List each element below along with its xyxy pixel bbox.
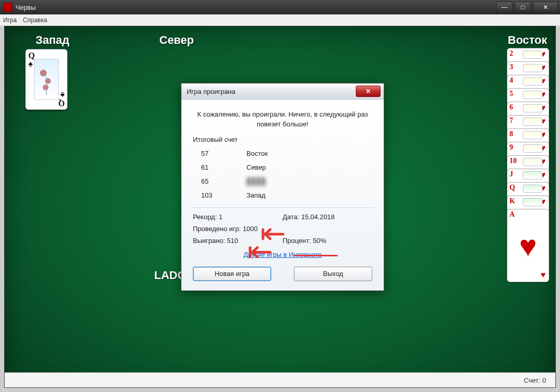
label-north: Север: [159, 34, 194, 47]
card-rank: 8: [509, 130, 513, 138]
spade-icon: ♠: [28, 59, 33, 68]
menu-game[interactable]: Игра: [3, 17, 17, 24]
score-value: 57: [201, 150, 222, 157]
label-east: Восток: [508, 34, 547, 47]
score-row: 57Восток: [201, 146, 372, 160]
final-score-heading: Итоговый счет: [193, 136, 372, 143]
card-rank: 10: [509, 157, 517, 165]
heart-icon: ♥: [541, 270, 546, 280]
minimize-button[interactable]: —: [496, 2, 513, 13]
card-west-queen-spades[interactable]: Q♠ Q♠: [25, 49, 68, 110]
close-icon: ✕: [366, 88, 371, 95]
card-rank: J: [509, 170, 513, 178]
stat-percent: Процент: 50%: [283, 237, 372, 244]
status-bar: Счет: 0: [5, 372, 555, 387]
score-player: Север: [246, 164, 319, 171]
app-window: Червы — □ ✕ Игра Справка Запад Север Вос…: [0, 0, 560, 392]
card-rank: 9: [509, 143, 513, 152]
stat-record: Рекорд: 1: [193, 213, 283, 221]
app-icon: [3, 3, 12, 12]
stats-grid: Рекорд: 1 Дата: 15.04.2018 Проведено игр…: [193, 213, 372, 244]
dialog-titlebar: Игра проиграна ✕: [182, 84, 384, 100]
spade-icon: ♠: [60, 91, 65, 100]
score-row: 103Запад: [201, 188, 372, 202]
new-game-button[interactable]: Новая игра: [193, 267, 271, 281]
stat-date: Дата: 15.04.2018: [283, 213, 372, 221]
card-rank: 6: [509, 103, 513, 111]
exit-button[interactable]: Выход: [294, 267, 372, 281]
card-rank: 7: [509, 117, 513, 125]
close-button[interactable]: ✕: [533, 2, 558, 13]
card-rank: 3: [509, 63, 513, 71]
menubar: Игра Справка: [0, 14, 560, 26]
score-value: 0: [542, 377, 546, 384]
card-rank: Q: [509, 184, 515, 192]
stat-won: Выиграно: 510: [193, 237, 283, 244]
dialog-close-button[interactable]: ✕: [356, 86, 381, 97]
dialog-title: Игра проиграна: [187, 88, 236, 95]
score-value: 65: [201, 177, 222, 185]
game-area: Запад Север Восток LADO Q♠ Q♠ 2♥3♥4♥5♥6♥…: [4, 26, 556, 388]
maximize-button[interactable]: □: [515, 2, 531, 13]
card-rank: A: [509, 210, 515, 219]
score-row: 65████: [201, 174, 372, 188]
score-value: 103: [201, 191, 222, 199]
dialog-body: К сожалению, вы проиграли. Ничего, в сле…: [182, 100, 384, 290]
dialog-message: К сожалению, вы проиграли. Ничего, в сле…: [193, 110, 372, 129]
game-over-dialog: Игра проиграна ✕ К сожалению, вы проигра…: [181, 83, 384, 291]
window-title: Червы: [15, 4, 36, 11]
card-art: [34, 59, 59, 100]
score-player: Восток: [246, 150, 319, 157]
label-west: Запад: [36, 34, 70, 47]
card-rank: 4: [509, 76, 513, 85]
score-player: Запад: [246, 191, 319, 199]
card-rank: 2: [509, 50, 513, 58]
score-row: 61Север: [201, 160, 372, 174]
annotation-underline: [293, 255, 338, 256]
heart-icon: ♥: [507, 220, 549, 271]
card-rank: 5: [509, 90, 513, 98]
stat-games-played: Проведено игр: 1000: [193, 225, 283, 233]
score-label: Счет:: [524, 377, 540, 384]
divider: [191, 207, 374, 208]
score-table: 57Восток61Север65████103Запад: [201, 146, 372, 202]
card-east-a-hearts[interactable]: A♥♥: [507, 209, 549, 282]
titlebar: Червы — □ ✕: [0, 0, 560, 14]
menu-help[interactable]: Справка: [23, 17, 47, 24]
score-value: 61: [201, 164, 222, 171]
card-rank: K: [509, 197, 515, 205]
window-buttons: — □ ✕: [496, 2, 558, 13]
score-player: ████: [246, 177, 319, 185]
